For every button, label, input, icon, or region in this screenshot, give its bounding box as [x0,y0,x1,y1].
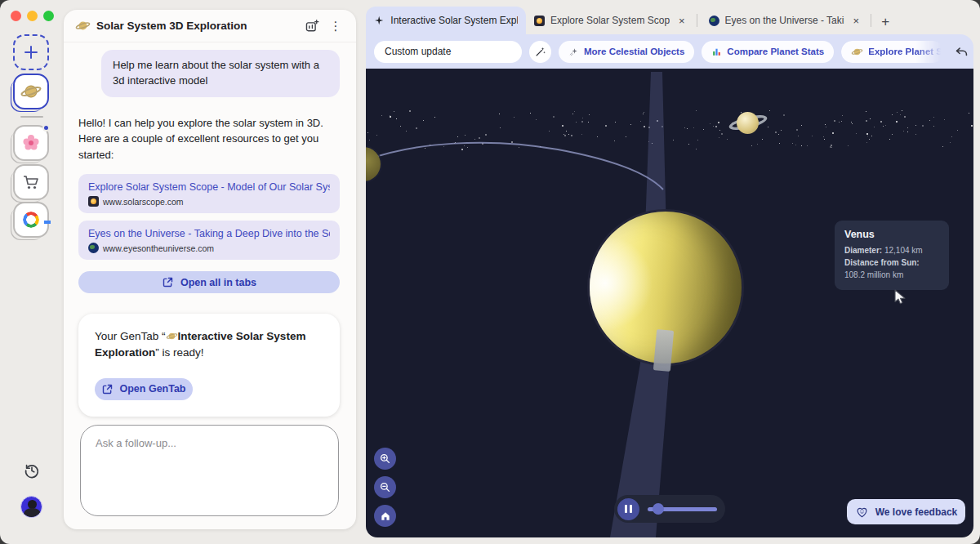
shooting-star-icon [568,47,579,57]
close-tab-icon[interactable]: × [850,15,863,27]
heart-smile-icon [855,506,869,519]
time-player [614,495,725,523]
cart-icon [21,172,41,192]
tab-interactive-solar-system[interactable]: Interactive Solar System Explor... [366,7,526,34]
close-tab-icon[interactable]: × [675,15,688,27]
sparkle-icon [374,15,384,26]
venus-tooltip: Venus Diameter: 12,104 km Distance from … [835,221,949,290]
time-slider[interactable] [648,503,717,515]
sun-favicon [88,196,99,207]
left-rail [0,0,64,544]
history-button[interactable] [23,462,41,479]
notification-dot [42,124,50,132]
pill-label: Explore Planet Surfac [868,47,944,56]
bar-chart-icon [711,47,722,57]
open-all-label: Open all in tabs [180,277,256,288]
history-icon [23,462,41,479]
rail-item-solar-system[interactable] [13,74,49,109]
follow-up-input[interactable] [80,425,339,516]
chat-title: Solar System 3D Exploration [96,20,297,32]
tooltip-row: Distance from Sun: 108.2 million km [844,256,939,281]
home-icon [380,511,391,522]
feedback-button[interactable]: We love feedback [847,499,965,524]
magic-wand-icon [534,46,546,58]
app-window: Solar System 3D Exploration ⋮ Help me le… [0,0,980,544]
custom-update-input[interactable] [374,41,522,63]
link-card-eyesontheuniverse[interactable]: Eyes on the Universe - Taking a Deep Div… [78,221,340,260]
pause-icon [630,505,632,513]
rail-item-flower[interactable] [13,125,49,161]
tab-separator [697,14,697,27]
pill-compare-planet-stats[interactable]: Compare Planet Stats [702,41,834,63]
avatar[interactable] [20,496,42,518]
assistant-message: Hello! I can help you explore the solar … [78,115,340,163]
earth-favicon [88,243,99,253]
gentab-ready-card: Your GenTab “Interactive Solar System Ex… [78,314,340,417]
pill-label: Compare Planet Stats [727,47,824,56]
tab-label: Eyes on the Universe - Taking [725,15,844,26]
pill-explore-planet-surfaces[interactable]: Explore Planet Surfac [841,41,944,63]
solar-system-3d-viewport[interactable]: Venus Diameter: 12,104 km Distance from … [366,69,973,537]
undo-button[interactable] [951,42,971,61]
zoom-out-icon [379,481,391,493]
time-slider-thumb[interactable] [653,503,664,515]
user-message: Help me learn about the solar system wit… [101,50,340,97]
rail-divider [20,116,43,118]
rail-item-google[interactable] [13,202,49,238]
magic-wand-button[interactable] [529,41,551,63]
new-space-button[interactable] [13,34,49,70]
pill-more-celestial-objects[interactable]: More Celestial Objects [559,41,694,63]
tooltip-row: Diameter: 12,104 km [844,244,939,256]
pause-icon [625,505,627,513]
flower-icon [21,133,41,153]
browser-panel: Interactive Solar System Explor... Explo… [366,7,973,537]
open-gentab-label: Open GenTab [119,383,185,395]
tab-strip: Interactive Solar System Explor... Explo… [366,7,973,34]
tab-label: Interactive Solar System Explor... [390,15,518,26]
gentab-toolbar: More Celestial Objects Compare Planet St… [366,34,973,69]
tab-solar-system-scope[interactable]: Explore Solar System Scope - × [526,7,693,34]
open-all-in-tabs-button[interactable]: Open all in tabs [78,271,340,293]
zoom-in-button[interactable] [374,448,396,470]
feedback-label: We love feedback [875,506,958,518]
orbit-line [366,143,663,190]
chat-messages: Help me learn about the solar system wit… [64,43,356,423]
pause-button[interactable] [617,498,639,520]
saturn-icon [166,331,178,341]
home-view-button[interactable] [374,505,396,527]
new-gentab-icon [305,19,319,33]
open-gentab-button[interactable]: Open GenTab [95,378,193,400]
chat-header: Solar System 3D Exploration ⋮ [64,10,356,42]
pill-label: More Celestial Objects [584,47,684,56]
tab-eyes-on-the-universe[interactable]: Eyes on the Universe - Taking × [701,7,868,34]
planet-saturn[interactable] [730,106,766,139]
undo-icon [954,44,969,60]
zoom-out-button[interactable] [374,476,396,498]
link-title: Explore Solar System Scope - Model of Ou… [88,181,330,193]
google-icon-bar [44,221,51,224]
link-url: www.eyesontheuniverse.com [103,243,214,253]
new-tab-button[interactable]: + [875,14,896,30]
link-url: www.solarscope.com [103,197,184,207]
tab-label: Explore Solar System Scope - [550,15,670,26]
saturn-icon [75,19,91,33]
chat-menu-button[interactable]: ⋮ [327,17,345,35]
saturn-ball [737,112,759,134]
plus-icon [24,45,38,60]
saturn-icon [851,47,863,57]
sun-favicon [534,16,545,26]
tooltip-title: Venus [844,229,939,240]
rail-item-cart[interactable] [13,164,49,200]
link-title: Eyes on the Universe - Taking a Deep Div… [88,228,330,239]
open-in-new-icon [101,383,114,395]
earth-favicon [709,16,719,26]
chat-panel: Solar System 3D Exploration ⋮ Help me le… [64,10,356,529]
tab-separator [871,14,871,27]
zoom-in-icon [379,453,391,465]
google-icon [23,212,39,228]
open-in-new-icon [162,276,174,288]
gentab-ready-text: Your GenTab “Interactive Solar System Ex… [95,328,323,362]
composer [80,425,339,516]
new-gentab-button[interactable] [303,17,321,35]
link-card-solarscope[interactable]: Explore Solar System Scope - Model of Ou… [78,174,340,213]
